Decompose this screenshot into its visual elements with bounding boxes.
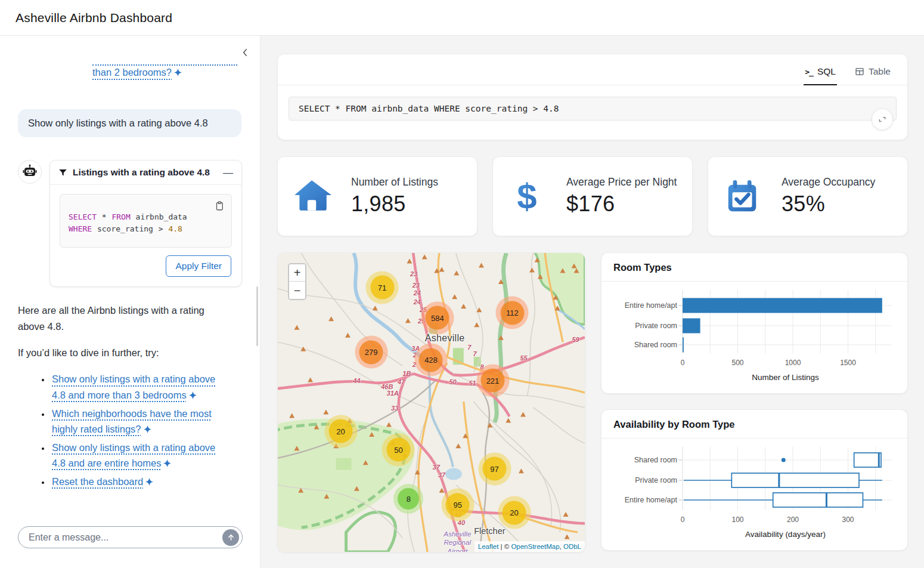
bar-Shared room bbox=[683, 338, 684, 353]
map-cluster-marker[interactable]: 20 bbox=[324, 415, 357, 447]
stat-card-listings: Number of Listings 1,985 bbox=[277, 156, 477, 236]
cluster-count: 112 bbox=[500, 301, 524, 325]
chat-sidebar: than 2 bedrooms? Show only listings with… bbox=[0, 36, 261, 568]
room-types-panel: Room Types 050010001500Number of Listing… bbox=[601, 252, 908, 394]
map-cluster-marker[interactable]: 112 bbox=[496, 297, 529, 329]
suggestion-link-clipped[interactable]: than 2 bedrooms? bbox=[92, 67, 172, 78]
road-number-label: 55 bbox=[520, 354, 527, 362]
page-title: Asheville Airbnb Dashboard bbox=[15, 11, 172, 25]
suggestion-link[interactable]: Which neighborhoods have the most highly… bbox=[52, 408, 212, 434]
filter-card-title: Listings with a rating above 4.8 bbox=[73, 167, 223, 178]
zoom-out-button[interactable]: − bbox=[289, 282, 305, 299]
cluster-count: 428 bbox=[419, 348, 443, 372]
availability-panel: Availability by Room Type 0100200300Avai… bbox=[601, 409, 908, 551]
stat-label: Average Price per Night bbox=[566, 176, 677, 189]
map-cluster-marker[interactable]: 428 bbox=[414, 344, 447, 376]
road-number-label: 24 bbox=[414, 298, 421, 305]
openstreetmap-link[interactable]: OpenStreetMap bbox=[511, 543, 559, 550]
map-tiles[interactable] bbox=[278, 253, 585, 552]
map-cluster-marker[interactable]: 279 bbox=[355, 336, 387, 369]
svg-text:Entire home/apt: Entire home/apt bbox=[625, 301, 678, 310]
stat-card-price: $ Average Price per Night $176 bbox=[492, 156, 693, 236]
filter-funnel-icon bbox=[58, 168, 67, 177]
svg-text:Availability (days/year): Availability (days/year) bbox=[745, 530, 826, 539]
svg-text:Entire home/apt: Entire home/apt bbox=[625, 496, 678, 504]
map-cluster-marker[interactable]: 20 bbox=[498, 496, 531, 529]
svg-text:Private room: Private room bbox=[635, 476, 677, 484]
filter-card: Listings with a rating above 4.8 — SELEC… bbox=[49, 160, 242, 287]
cluster-count: 584 bbox=[426, 306, 449, 330]
suggestion-link[interactable]: Reset the dashboard bbox=[52, 476, 143, 487]
sql-query-panel: >_ SQL Table SELECT * FROM airbnb_data W… bbox=[277, 54, 908, 140]
copy-icon[interactable] bbox=[213, 200, 226, 213]
leaflet-link[interactable]: Leaflet bbox=[478, 543, 499, 550]
map-cluster-marker[interactable]: 50 bbox=[382, 433, 415, 466]
apply-filter-button[interactable]: Apply Filter bbox=[166, 255, 231, 277]
stat-value: 1,985 bbox=[351, 192, 438, 217]
road-number-label: 37 bbox=[433, 464, 440, 471]
assistant-prompt: If you’d like to dive in further, try: bbox=[18, 345, 232, 360]
cluster-count: 8 bbox=[398, 488, 419, 510]
svg-text:Private room: Private room bbox=[635, 322, 677, 330]
road-number-label: 31A bbox=[387, 390, 399, 397]
send-button[interactable] bbox=[222, 529, 239, 546]
robot-icon bbox=[22, 164, 38, 180]
map-cluster-marker[interactable]: 8 bbox=[393, 484, 423, 514]
suggestion-item: Show only listings with a rating above 4… bbox=[51, 440, 218, 471]
sql-query-text: SELECT * FROM airbnb_data WHERE score_ra… bbox=[299, 104, 559, 113]
arrow-up-icon bbox=[227, 533, 235, 542]
suggestion-link[interactable]: Show only listings with a rating above 4… bbox=[52, 442, 215, 468]
bar-Entire home/apt bbox=[683, 298, 882, 313]
road-number-label: 24 bbox=[414, 289, 421, 297]
svg-text:300: 300 bbox=[842, 515, 854, 524]
map: + − 7158411227942822120509789520 Ashevil… bbox=[277, 252, 585, 552]
filter-minimize-button[interactable]: — bbox=[223, 168, 233, 178]
suggestion-list: Show only listings with a rating above 4… bbox=[51, 371, 242, 489]
cluster-count: 95 bbox=[446, 493, 470, 517]
map-cluster-marker[interactable]: 95 bbox=[441, 489, 474, 521]
map-cluster-marker[interactable]: 221 bbox=[476, 364, 509, 397]
zoom-in-button[interactable]: + bbox=[289, 264, 305, 282]
map-zoom-control: + − bbox=[288, 263, 306, 300]
suggestion-item: Reset the dashboard bbox=[51, 474, 218, 489]
tab-sql[interactable]: >_ SQL bbox=[805, 66, 836, 85]
clipped-suggestion: than 2 bedrooms? bbox=[92, 64, 237, 78]
svg-text:200: 200 bbox=[787, 515, 799, 524]
expand-button[interactable] bbox=[872, 109, 892, 129]
svg-text:$: $ bbox=[517, 177, 537, 216]
calendar-check-icon bbox=[723, 177, 762, 216]
sparkle-icon bbox=[145, 478, 153, 486]
map-cluster-marker[interactable]: 71 bbox=[366, 271, 399, 304]
map-cluster-marker[interactable]: 584 bbox=[421, 301, 454, 334]
stat-label: Number of Listings bbox=[351, 176, 438, 189]
stat-value: 35% bbox=[782, 192, 875, 217]
assistant-message: Here are all the Airbnb listings with a … bbox=[18, 302, 242, 489]
chat-input-bar bbox=[18, 526, 243, 548]
svg-text:1500: 1500 bbox=[840, 359, 856, 367]
chart-title: Availability by Room Type bbox=[601, 410, 907, 439]
bot-avatar bbox=[18, 160, 42, 184]
road-number-label: 51 bbox=[469, 379, 476, 387]
suggestion-item: Show only listings with a rating above 4… bbox=[51, 371, 218, 402]
road-number-label: 50 bbox=[449, 378, 456, 385]
stat-label: Average Occupancy bbox=[782, 176, 875, 189]
svg-text:0: 0 bbox=[681, 359, 685, 367]
map-cluster-marker[interactable]: 97 bbox=[478, 452, 511, 485]
road-number-label: 59 bbox=[572, 336, 579, 343]
clipboard-icon bbox=[214, 200, 225, 211]
road-number-label: 7 bbox=[473, 350, 477, 357]
sidebar-scrollbar[interactable] bbox=[256, 286, 258, 346]
availability-box-chart: 0100200300Availability (days/year)Shared… bbox=[613, 439, 896, 550]
sparkle-icon bbox=[189, 391, 197, 399]
road-number-label: 1B bbox=[402, 370, 411, 377]
road-number-label: 33 bbox=[391, 405, 398, 412]
map-place-label: Asheville bbox=[425, 333, 465, 344]
app-header: Asheville Airbnb Dashboard bbox=[0, 0, 924, 36]
tab-table[interactable]: Table bbox=[855, 66, 891, 85]
message-input[interactable] bbox=[29, 532, 222, 543]
svg-text:0: 0 bbox=[681, 515, 685, 524]
odbl-link[interactable]: ODbL bbox=[563, 543, 581, 550]
svg-text:Number of Listings: Number of Listings bbox=[752, 373, 819, 382]
bar-Private room bbox=[683, 319, 700, 334]
road-number-label: 23 bbox=[410, 270, 417, 277]
